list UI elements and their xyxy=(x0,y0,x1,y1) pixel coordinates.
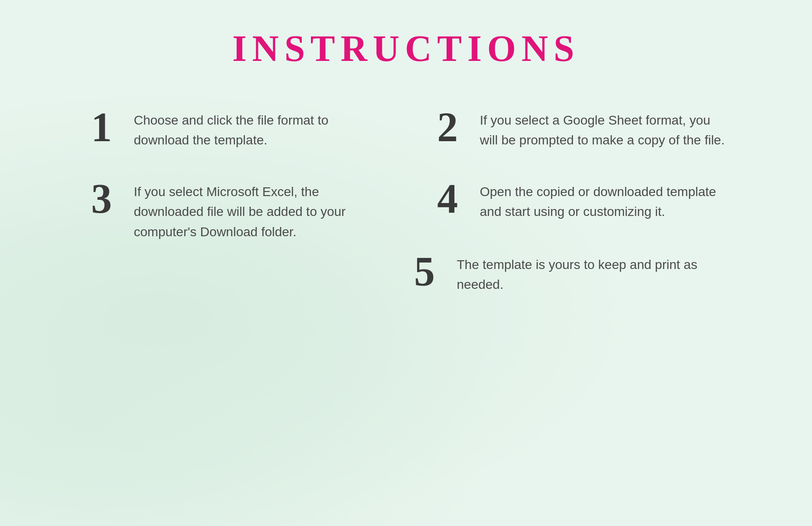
step-5: 5 The template is yours to keep and prin… xyxy=(406,251,729,295)
step-5-row: 5 The template is yours to keep and prin… xyxy=(83,251,729,295)
step-3-text: If you select Microsoft Excel, the downl… xyxy=(134,178,383,242)
page-container: INSTRUCTIONS 1 Choose and click the file… xyxy=(0,0,812,526)
page-title: INSTRUCTIONS xyxy=(232,28,579,70)
step-3-number: 3 xyxy=(83,178,120,220)
step-2-text: If you select a Google Sheet format, you… xyxy=(480,107,729,150)
step-2: 2 If you select a Google Sheet format, y… xyxy=(429,107,729,150)
step-1-text: Choose and click the file format to down… xyxy=(134,107,383,150)
step-5-number: 5 xyxy=(406,251,443,293)
step-4-number: 4 xyxy=(429,178,466,220)
steps-grid: 1 Choose and click the file format to do… xyxy=(83,107,729,242)
step-1: 1 Choose and click the file format to do… xyxy=(83,107,383,150)
step-3: 3 If you select Microsoft Excel, the dow… xyxy=(83,178,383,242)
step-5-text: The template is yours to keep and print … xyxy=(457,251,729,295)
step-1-number: 1 xyxy=(83,107,120,148)
step-4: 4 Open the copied or downloaded template… xyxy=(429,178,729,242)
step-4-text: Open the copied or downloaded template a… xyxy=(480,178,729,222)
step-2-number: 2 xyxy=(429,107,466,148)
